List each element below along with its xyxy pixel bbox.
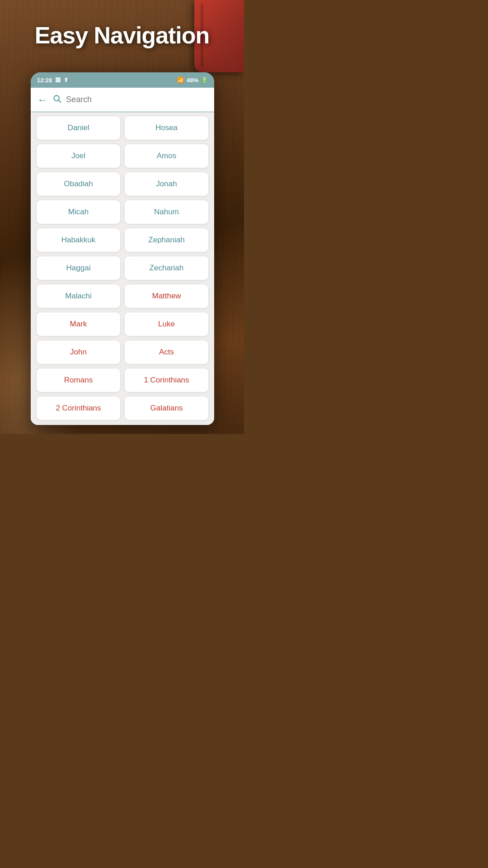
book-button-zechariah[interactable]: Zechariah — [124, 256, 209, 280]
book-button-malachi[interactable]: Malachi — [36, 284, 121, 308]
search-bar: ← — [31, 88, 214, 112]
status-time: 12:28 — [37, 77, 52, 84]
book-button-joel[interactable]: Joel — [36, 144, 121, 168]
page-title: Easy Navigation — [0, 22, 244, 49]
svg-line-1 — [59, 100, 61, 103]
bluetooth-icon: ⬆ — [64, 77, 68, 83]
book-button-micah[interactable]: Micah — [36, 200, 121, 224]
book-button-hosea[interactable]: Hosea — [124, 116, 209, 140]
book-button-haggai[interactable]: Haggai — [36, 256, 121, 280]
battery-text: 48% — [187, 77, 198, 84]
book-button-luke[interactable]: Luke — [124, 312, 209, 336]
book-button-nahum[interactable]: Nahum — [124, 200, 209, 224]
book-button-mark[interactable]: Mark — [36, 312, 121, 336]
book-button-philippians[interactable]: Philippians — [124, 424, 209, 425]
book-button-daniel[interactable]: Daniel — [36, 116, 121, 140]
status-bar: 12:28 🖼 ⬆ 📶 48% 🔋 — [31, 72, 214, 88]
books-grid: DanielHoseaJoelAmosObadiahJonahMicahNahu… — [31, 112, 214, 425]
phone-mockup: 12:28 🖼 ⬆ 📶 48% 🔋 ← DanielHoseaJoelAmosO… — [31, 72, 214, 425]
status-right: 📶 48% 🔋 — [177, 77, 208, 84]
book-button-romans[interactable]: Romans — [36, 368, 121, 392]
search-input[interactable] — [66, 95, 208, 104]
book-button-1-corinthians[interactable]: 1 Corinthians — [124, 368, 209, 392]
book-button-zephaniah[interactable]: Zephaniah — [124, 228, 209, 252]
signal-icon: 📶 — [177, 77, 184, 83]
book-button-habakkuk[interactable]: Habakkuk — [36, 228, 121, 252]
book-button-matthew[interactable]: Matthew — [124, 284, 209, 308]
book-button-acts[interactable]: Acts — [124, 340, 209, 364]
back-button[interactable]: ← — [37, 94, 48, 105]
status-left: 12:28 🖼 ⬆ — [37, 77, 68, 84]
photo-icon: 🖼 — [55, 77, 61, 83]
book-button-2-corinthians[interactable]: 2 Corinthians — [36, 396, 121, 420]
book-button-john[interactable]: John — [36, 340, 121, 364]
book-button-jonah[interactable]: Jonah — [124, 172, 209, 196]
battery-icon: 🔋 — [201, 77, 208, 83]
book-button-galatians[interactable]: Galatians — [124, 396, 209, 420]
search-icon — [52, 94, 61, 105]
book-button-amos[interactable]: Amos — [124, 144, 209, 168]
book-button-ephesians[interactable]: Ephesians — [36, 424, 121, 425]
book-button-obadiah[interactable]: Obadiah — [36, 172, 121, 196]
